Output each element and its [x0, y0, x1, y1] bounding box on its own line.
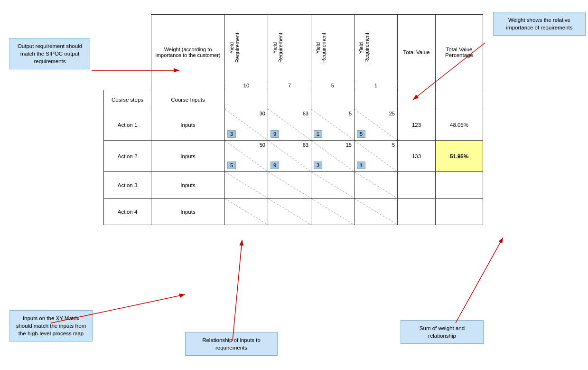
header-row: Weight (according to importance to the c… [104, 15, 483, 81]
action-4-cell-4 [355, 199, 398, 225]
cosrse-steps-label: Cosrse steps [104, 90, 151, 109]
weight-val-3: 5 [311, 81, 355, 90]
action-1-cell-4: 25 5 [355, 109, 398, 141]
action-4-total-value [398, 199, 436, 225]
weight-val-1: 10 [225, 81, 268, 90]
action-2-cell-1: 50 5 [225, 141, 268, 172]
action-4-inputs: Inputs [151, 199, 225, 225]
course-inputs-label: Course Inputs [151, 90, 225, 109]
action-3-row: Action 3 Inputs [104, 172, 483, 199]
action-4-total-pct [436, 199, 483, 225]
inputs-xy-box: Inputs on the XY Matrix should match the… [9, 310, 93, 342]
action-2-inputs: Inputs [151, 141, 225, 172]
action-3-cell-4 [355, 172, 398, 199]
action-1-cell-1: 30 3 [225, 109, 268, 141]
cosrse-tvp [436, 90, 483, 109]
svg-line-5 [456, 237, 503, 323]
action-4-row: Action 4 Inputs [104, 199, 483, 225]
output-req-text: Output requirement should match the SIPO… [18, 43, 82, 64]
weight-note-box: Weight shows the relative importance of … [493, 12, 586, 36]
relationship-text: Relationship of inputs to requirements [202, 337, 261, 351]
action-3-cell-2 [268, 172, 311, 199]
header-col-3-label: YieldRequirement [313, 17, 328, 79]
weight-val-4: 1 [355, 81, 398, 90]
weight-val-2: 7 [268, 81, 311, 90]
action-1-cell-3: 5 1 [311, 109, 355, 141]
action-1-total-pct: 48.05% [436, 109, 483, 141]
svg-line-16 [311, 172, 354, 198]
svg-line-15 [268, 172, 311, 198]
svg-line-18 [225, 199, 268, 225]
sum-weight-box: Sum of weight and relationship [401, 320, 484, 344]
action-2-cell-3: 15 3 [311, 141, 355, 172]
action-4-cell-2 [268, 199, 311, 225]
svg-line-14 [225, 172, 268, 198]
svg-line-19 [268, 199, 311, 225]
cosrse-cell-2 [268, 90, 311, 109]
action-1-label: Action 1 [104, 109, 151, 141]
svg-line-20 [311, 199, 354, 225]
cosrse-tv [398, 90, 436, 109]
header-col-1: YieldRequirement [225, 15, 268, 81]
weight-col-header: Weight (according to importance to the c… [151, 15, 225, 90]
weight-note-text: Weight shows the relative importance of … [506, 17, 573, 30]
total-value-header: Total Value [398, 15, 436, 90]
action-2-cell-4: 5 1 [355, 141, 398, 172]
action-2-row: Action 2 Inputs 50 5 63 9 [104, 141, 483, 172]
action-2-total-value: 133 [398, 141, 436, 172]
cosrse-steps-row: Cosrse steps Course Inputs [104, 90, 483, 109]
header-col-4: YieldRequirement [355, 15, 398, 81]
svg-line-4 [233, 240, 242, 341]
action-1-total-value: 123 [398, 109, 436, 141]
header-col-2-label: YieldRequirement [270, 17, 285, 79]
action-3-cell-1 [225, 172, 268, 199]
output-req-box: Output requirement should match the SIPO… [9, 38, 90, 69]
cosrse-cell-4 [355, 90, 398, 109]
total-value-pct-header: Total Value Percentage [436, 15, 483, 90]
action-4-label: Action 4 [104, 199, 151, 225]
action-3-cell-3 [311, 172, 355, 199]
inputs-xy-text: Inputs on the XY Matrix should match the… [16, 315, 86, 336]
action-1-cell-2: 63 9 [268, 109, 311, 141]
action-3-total-pct [436, 172, 483, 199]
action-1-row: Action 1 Inputs 30 3 63 9 [104, 109, 483, 141]
action-4-cell-1 [225, 199, 268, 225]
matrix-table: Weight (according to importance to the c… [103, 14, 483, 225]
action-2-total-pct: 51.95% [436, 141, 483, 172]
action-3-total-value [398, 172, 436, 199]
action-3-inputs: Inputs [151, 172, 225, 199]
svg-line-21 [355, 199, 397, 225]
action-3-label: Action 3 [104, 172, 151, 199]
cosrse-cell-3 [311, 90, 355, 109]
cosrse-cell-1 [225, 90, 268, 109]
header-col-2: YieldRequirement [268, 15, 311, 81]
action-2-label: Action 2 [104, 141, 151, 172]
action-2-cell-2: 63 9 [268, 141, 311, 172]
action-1-inputs: Inputs [151, 109, 225, 141]
svg-line-17 [355, 172, 397, 198]
header-col-3: YieldRequirement [311, 15, 355, 81]
action-4-cell-3 [311, 199, 355, 225]
page-container: Output requirement should match the SIPO… [0, 0, 588, 370]
sum-weight-text: Sum of weight and relationship [420, 325, 465, 339]
relationship-box: Relationship of inputs to requirements [185, 332, 278, 356]
header-col-4-label: YieldRequirement [356, 17, 372, 79]
header-col-1-label: YieldRequirement [227, 17, 242, 79]
